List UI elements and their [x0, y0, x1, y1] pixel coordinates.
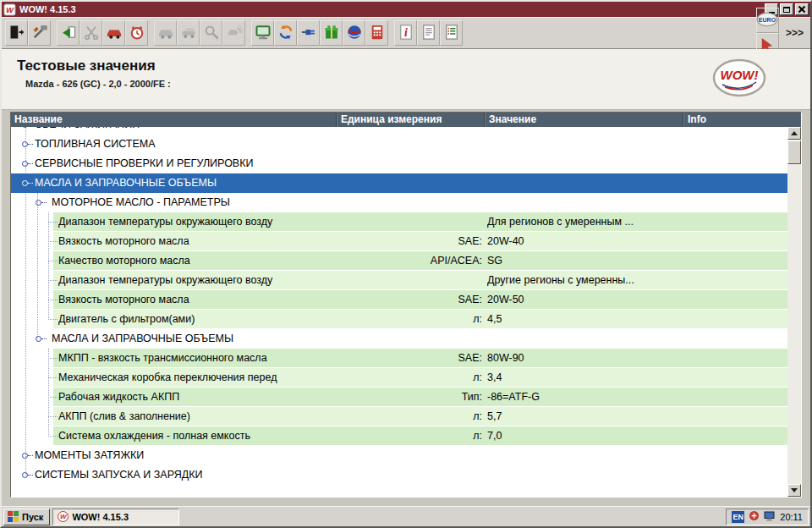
row-label: Качество моторного масла	[58, 251, 332, 271]
column-header-value[interactable]: Значение	[485, 113, 683, 127]
tree-node-icon	[22, 127, 28, 128]
row-label: МОТОРНОЕ МАСЛО - ПАРАМЕТРЫ	[52, 193, 230, 212]
tree-node-icon	[36, 336, 41, 342]
toolbar-separator	[245, 20, 251, 46]
row-label: АКПП (слив & заполнение)	[58, 407, 332, 426]
data-row[interactable]: Механическая коробка переключения передл…	[11, 368, 787, 388]
data-row[interactable]: АКПП (слив & заполнение)л:5,7	[11, 407, 787, 426]
doc-list-button[interactable]	[440, 20, 463, 46]
data-row[interactable]: Система охлаждения - полная емкостьл:7,0	[11, 426, 787, 446]
row-label: Вязкость моторного масла	[58, 232, 332, 251]
plug-button[interactable]	[297, 20, 320, 46]
car-gray-2-icon	[180, 24, 197, 43]
column-header-info[interactable]: Info	[683, 113, 801, 127]
row-label: МАСЛА И ЗАПРАВОЧНЫЕ ОБЪЕМЫ	[52, 329, 233, 349]
back-button[interactable]	[57, 20, 80, 46]
row-unit: л:	[337, 426, 482, 446]
row-label: Система охлаждения - полная емкость	[58, 426, 332, 446]
category-row[interactable]: МАСЛА И ЗАПРАВОЧНЫЕ ОБЪЕМЫ	[11, 329, 787, 349]
toolbar-separator	[51, 20, 57, 46]
category-row[interactable]: СЕРВИСНЫЕ ПРОВЕРКИ И РЕГУЛИРОВКИ	[11, 154, 787, 173]
data-row[interactable]: Вязкость моторного маслаSAE:20W-50	[11, 290, 787, 310]
row-label: Механическая коробка переключения перед	[58, 368, 332, 388]
scroll-down-button[interactable]	[787, 484, 801, 497]
toolbar: i EURO >>>	[2, 17, 810, 49]
doc-button[interactable]	[417, 20, 440, 46]
category-row[interactable]: МОТОРНОЕ МАСЛО - ПАРАМЕТРЫ	[11, 193, 787, 212]
gift-button[interactable]	[320, 20, 343, 46]
vehicle-subtitle: Mazda - 626 (GC) - 2,0 - 2000/FE :	[25, 79, 810, 89]
vertical-scrollbar[interactable]	[787, 127, 801, 497]
row-label: СИСТЕМЫ ЗАПУСКА И ЗАРЯДКИ	[35, 465, 203, 485]
row-label: Рабочая жидкость АКПП	[58, 388, 332, 407]
data-row[interactable]: Диапазон температуры окружающего воздуДр…	[11, 271, 787, 290]
scroll-up-button[interactable]	[787, 127, 801, 140]
row-unit: л:	[337, 310, 482, 329]
category-row[interactable]: ТОПЛИВНАЯ СИСТЕМА	[11, 135, 787, 154]
column-header-name[interactable]: Название	[11, 113, 337, 127]
toolbar-separator	[148, 20, 154, 46]
tree-branch-icon	[48, 416, 58, 417]
calculator-button[interactable]	[365, 20, 388, 46]
car-signal-button	[222, 20, 245, 46]
scrollbar-thumb[interactable]	[787, 140, 801, 164]
exit-icon	[8, 24, 25, 43]
data-row[interactable]: Качество моторного маслаAPI/ACEA:SG	[11, 251, 787, 271]
svg-text:EURO: EURO	[759, 16, 776, 23]
category-row[interactable]: СИСТЕМЫ ЗАПУСКА И ЗАРЯДКИ	[11, 465, 787, 485]
page-header: Тестовые значения Mazda - 626 (GC) - 2,0…	[2, 49, 810, 110]
category-row[interactable]: МОМЕНТЫ ЗАТЯЖКИ	[11, 446, 787, 465]
info-icon: i	[398, 24, 414, 43]
display-tray-icon[interactable]	[764, 509, 776, 525]
start-label: Пуск	[22, 512, 43, 522]
row-unit: SAE:	[337, 349, 482, 368]
tree-branch-icon	[48, 241, 58, 242]
category-row[interactable]: СВЕЧИ ЗАЖИГАНИЯ	[11, 127, 787, 135]
tree-branch-icon	[48, 222, 58, 223]
monitor-button[interactable]	[251, 20, 274, 46]
clock-button[interactable]	[125, 20, 148, 46]
app-window: W WOW! 4.15.3 i EURO >>> Тестовые значен…	[0, 0, 812, 528]
row-value: -86=ATF-G	[487, 388, 682, 407]
exit-button[interactable]	[5, 20, 28, 46]
back-icon	[60, 24, 77, 43]
row-unit: SAE:	[337, 290, 482, 310]
data-row[interactable]: Диапазон температуры окружающего воздуДл…	[11, 212, 787, 232]
toolbar-more-button[interactable]: >>>	[782, 27, 807, 39]
data-row[interactable]: МКПП - вязкость трансмиссионного маслаSA…	[11, 349, 787, 368]
car-gray-1-button	[154, 20, 177, 46]
close-icon	[798, 6, 805, 13]
update-tray-icon[interactable]	[749, 509, 760, 525]
tools-button[interactable]	[28, 20, 51, 46]
tree-node-icon	[22, 453, 28, 459]
cut-button	[80, 20, 102, 46]
doc-icon	[420, 24, 437, 43]
info-button[interactable]: i	[394, 20, 417, 46]
data-row[interactable]: Вязкость моторного маслаSAE:20W-40	[11, 232, 787, 251]
euro-icon: EURO	[756, 11, 778, 30]
row-value: 7,0	[487, 426, 682, 446]
car-gray-1-icon	[157, 24, 174, 43]
tree-branch-icon	[48, 377, 58, 378]
svg-text:i: i	[404, 26, 408, 39]
data-row[interactable]: Рабочая жидкость АКППТип:-86=ATF-G	[11, 388, 787, 407]
taskbar-task-wow[interactable]: W WOW! 4.15.3	[52, 509, 179, 525]
data-row[interactable]: Двигатель с фильтром(ами)л:4,5	[11, 310, 787, 329]
row-label: МАСЛА И ЗАПРАВОЧНЫЕ ОБЪЕМЫ	[35, 173, 217, 193]
toolbar-separator	[388, 20, 394, 46]
row-value: SG	[487, 251, 682, 271]
row-value: Для регионов с умеренным ...	[487, 212, 682, 232]
euro-button[interactable]: EURO	[756, 8, 779, 33]
row-value: 3,4	[487, 368, 682, 388]
start-button[interactable]: Пуск	[3, 509, 50, 525]
car-red-button[interactable]	[102, 20, 125, 46]
test-values-table: Название Единица измерения Значение Info…	[10, 112, 802, 498]
category-row[interactable]: МАСЛА И ЗАПРАВОЧНЫЕ ОБЪЕМЫ	[11, 173, 787, 193]
globe-button[interactable]	[343, 20, 365, 46]
windows-logo-icon	[8, 511, 19, 522]
column-header-unit[interactable]: Единица измерения	[337, 113, 485, 127]
language-indicator[interactable]: EN	[732, 511, 744, 523]
titlebar[interactable]: W WOW! 4.15.3	[2, 2, 810, 17]
row-value: 20W-40	[487, 232, 682, 251]
sync-button[interactable]	[274, 20, 297, 46]
